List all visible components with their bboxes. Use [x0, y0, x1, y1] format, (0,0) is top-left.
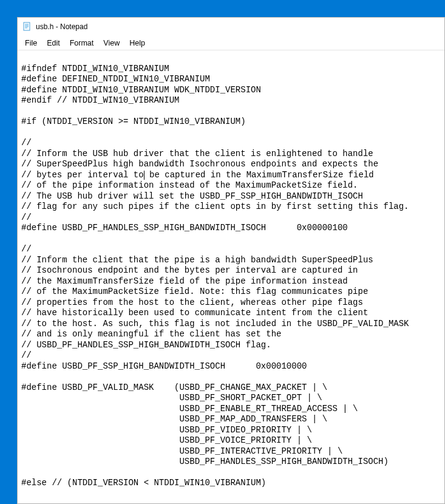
menu-file[interactable]: File: [20, 38, 42, 49]
menu-format[interactable]: Format: [65, 38, 99, 49]
notepad-icon: [22, 22, 32, 32]
window-title: usb.h - Notepad: [36, 22, 87, 31]
text-editor[interactable]: #ifndef NTDDI_WIN10_VIBRANIUM #define DE…: [18, 50, 444, 503]
menubar: File Edit Format View Help: [18, 36, 444, 50]
notepad-window: usb.h - Notepad File Edit Format View He…: [17, 17, 445, 504]
menu-view[interactable]: View: [98, 38, 124, 49]
text-after-cursor: be captured in the MaximumTransferSize f…: [21, 170, 409, 488]
menu-help[interactable]: Help: [124, 38, 150, 49]
text-cursor: [144, 171, 144, 180]
menu-edit[interactable]: Edit: [42, 38, 65, 49]
titlebar[interactable]: usb.h - Notepad: [18, 18, 444, 36]
text-before-cursor: #ifndef NTDDI_WIN10_VIBRANIUM #define DE…: [21, 64, 378, 180]
